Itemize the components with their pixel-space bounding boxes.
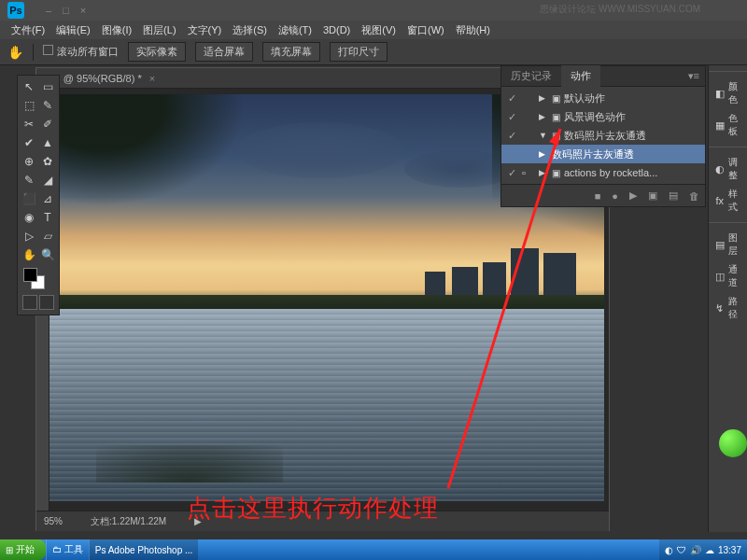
action-set-default[interactable]: ✓▶▣默认动作	[501, 89, 705, 107]
menu-file[interactable]: 文件(F)	[7, 23, 49, 37]
minimize-button[interactable]: –	[46, 5, 51, 16]
assistant-orb-icon[interactable]	[719, 429, 747, 457]
right-panel-dock: ◧颜色 ▦色板 ◐调整 fx样式 ▤图层 ◫通道 ↯路径	[708, 65, 747, 532]
hand-tool-icon: ✋	[7, 45, 23, 60]
channels-icon: ◫	[714, 270, 726, 283]
stamp-tool[interactable]: ⊕	[20, 152, 38, 171]
menu-layer[interactable]: 图层(L)	[139, 23, 179, 37]
action-set-dehaze[interactable]: ✓▼▣数码照片去灰通透	[501, 126, 705, 145]
tab-actions[interactable]: 动作	[561, 65, 600, 87]
marquee-tool[interactable]: ▭	[38, 77, 57, 96]
adjustments-icon: ◐	[714, 162, 726, 175]
menu-bar: 文件(F) 编辑(E) 图像(I) 图层(L) 文字(Y) 选择(S) 滤镜(T…	[0, 21, 747, 39]
new-set-icon[interactable]: ▣	[648, 189, 657, 202]
system-tray[interactable]: ◐🛡🔊☁ 13:37	[659, 539, 747, 560]
print-size-button[interactable]: 打印尺寸	[330, 42, 388, 62]
pen-tool[interactable]: ◉	[20, 208, 38, 227]
actions-panel-footer: ■ ● ▶ ▣ ▤ 🗑	[501, 184, 705, 206]
scroll-all-checkbox[interactable]: 滚动所有窗口	[43, 45, 119, 59]
styles-icon: fx	[714, 194, 726, 207]
menu-view[interactable]: 视图(V)	[358, 23, 400, 37]
crop-tool[interactable]: ✂	[20, 115, 38, 133]
panel-adjustments[interactable]: ◐调整	[711, 153, 745, 185]
taskbar: ⊞开始 🗀 工具 Ps Adobe Photoshop ... ◐🛡🔊☁ 13:…	[0, 539, 747, 560]
tray-icon[interactable]: 🔊	[690, 545, 701, 555]
action-set-landscape[interactable]: ✓▶▣风景调色动作	[501, 107, 705, 126]
windows-logo-icon: ⊞	[6, 545, 13, 555]
menu-3d[interactable]: 3D(D)	[319, 24, 354, 35]
gradient-tool[interactable]: ◢	[38, 171, 57, 189]
maximize-button[interactable]: □	[63, 5, 69, 16]
action-dehaze-selected[interactable]: ▶数码照片去灰通透	[501, 145, 705, 163]
panel-paths[interactable]: ↯路径	[711, 292, 745, 324]
new-action-icon[interactable]: ▤	[669, 189, 678, 202]
watermark-text: 思缘设计论坛 WWW.MISSYUAN.COM	[540, 3, 700, 16]
panel-channels[interactable]: ◫通道	[711, 260, 745, 292]
taskbar-item-photoshop[interactable]: Ps Adobe Photoshop ...	[89, 539, 199, 560]
menu-select[interactable]: 选择(S)	[229, 23, 271, 37]
close-tab-icon[interactable]: ×	[149, 73, 155, 84]
panel-styles[interactable]: fx样式	[711, 185, 745, 217]
options-bar: ✋ 滚动所有窗口 实际像素 适合屏幕 填充屏幕 打印尺寸	[0, 39, 747, 65]
lasso-tool[interactable]: ⬚	[20, 96, 38, 115]
menu-window[interactable]: 窗口(W)	[403, 23, 448, 37]
hand-tool[interactable]: ✋	[20, 245, 38, 264]
type-tool[interactable]: T	[38, 208, 57, 227]
fit-screen-button[interactable]: 适合屏幕	[195, 42, 253, 62]
tab-history[interactable]: 历史记录	[501, 65, 561, 87]
trash-icon[interactable]: 🗑	[689, 190, 699, 202]
quickmask-toggle[interactable]	[20, 292, 57, 313]
record-icon[interactable]: ●	[612, 190, 618, 202]
path-tool[interactable]: ▷	[20, 227, 38, 245]
panel-menu-icon[interactable]: ▾≡	[683, 70, 705, 82]
toolbox: ↖▭ ⬚✎ ✂✐ ✔▲ ⊕✿ ✎◢ ⬛⊿ ◉T ▷▱ ✋🔍	[17, 75, 60, 315]
menu-filter[interactable]: 滤镜(T)	[275, 23, 316, 37]
tray-icon[interactable]: ◐	[665, 545, 673, 555]
actions-list: ✓▶▣默认动作 ✓▶▣风景调色动作 ✓▼▣数码照片去灰通透 ▶数码照片去灰通透 …	[501, 87, 705, 184]
doc-info: 文档:1.22M/1.22M	[91, 515, 166, 528]
taskbar-item-tools[interactable]: 🗀 工具	[46, 539, 89, 560]
annotation-text: 点击这里执行动作处理	[187, 492, 439, 525]
heal-tool[interactable]: ✔	[20, 133, 38, 152]
menu-type[interactable]: 文字(Y)	[184, 23, 226, 37]
ps-logo-icon: Ps	[7, 2, 24, 19]
eyedropper-tool[interactable]: ✐	[38, 115, 57, 133]
actions-panel: 历史记录 动作 ▾≡ ✓▶▣默认动作 ✓▶▣风景调色动作 ✓▼▣数码照片去灰通透…	[500, 65, 706, 207]
menu-help[interactable]: 帮助(H)	[452, 23, 494, 37]
panel-layers[interactable]: ▤图层	[711, 229, 745, 260]
panel-swatches[interactable]: ▦色板	[711, 109, 745, 141]
start-button[interactable]: ⊞开始	[0, 539, 46, 560]
tray-icon[interactable]: ☁	[705, 545, 714, 555]
eraser-tool[interactable]: ✎	[20, 171, 38, 189]
swatches-icon: ▦	[714, 119, 726, 132]
paths-icon: ↯	[714, 301, 726, 315]
color-icon: ◧	[714, 87, 726, 100]
wand-tool[interactable]: ✎	[38, 96, 57, 115]
fill-screen-button[interactable]: 填充屏幕	[262, 42, 320, 62]
clock[interactable]: 13:37	[718, 545, 741, 555]
action-set-rocket[interactable]: ✓▫▶▣actions by rocketla...	[501, 163, 705, 182]
play-icon[interactable]: ▶	[629, 189, 637, 202]
history-brush-tool[interactable]: ✿	[38, 152, 57, 171]
actual-pixels-button[interactable]: 实际像素	[128, 42, 186, 62]
layers-icon: ▤	[714, 238, 726, 251]
shape-tool[interactable]: ▱	[38, 227, 57, 245]
tray-icon[interactable]: 🛡	[677, 545, 686, 555]
menu-image[interactable]: 图像(I)	[98, 23, 135, 37]
window-controls: – □ ×	[46, 5, 86, 16]
color-swatches[interactable]	[20, 264, 57, 292]
stop-icon[interactable]: ■	[595, 190, 601, 202]
blur-tool[interactable]: ⬛	[20, 189, 38, 208]
dodge-tool[interactable]: ⊿	[38, 189, 57, 208]
brush-tool[interactable]: ▲	[38, 133, 57, 152]
zoom-level[interactable]: 95%	[44, 516, 63, 526]
move-tool[interactable]: ↖	[20, 77, 38, 96]
zoom-tool[interactable]: 🔍	[38, 245, 57, 264]
menu-edit[interactable]: 编辑(E)	[52, 23, 94, 37]
close-button[interactable]: ×	[80, 5, 86, 16]
panel-color[interactable]: ◧颜色	[711, 77, 745, 109]
